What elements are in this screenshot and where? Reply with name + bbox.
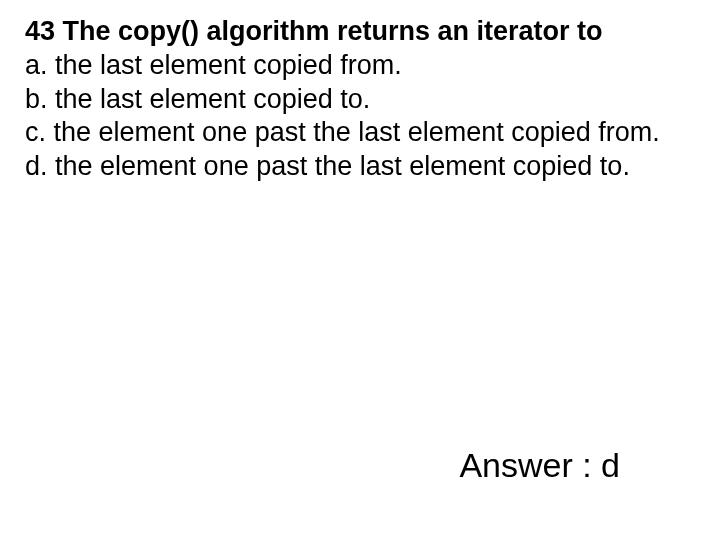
option-b: b. the last element copied to.: [25, 83, 695, 117]
option-c: c. the element one past the last element…: [25, 116, 695, 150]
question-block: 43 The copy() algorithm returns an itera…: [25, 15, 695, 184]
question-text: 43 The copy() algorithm returns an itera…: [25, 15, 695, 49]
option-a: a. the last element copied from.: [25, 49, 695, 83]
answer-text: Answer : d: [459, 446, 620, 485]
option-d: d. the element one past the last element…: [25, 150, 695, 184]
